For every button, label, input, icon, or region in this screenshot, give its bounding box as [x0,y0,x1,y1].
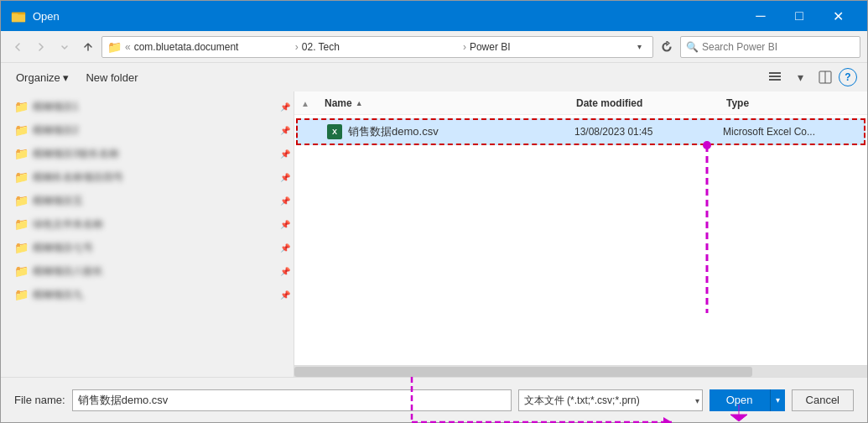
folder-icon-3: 📁 [14,147,28,160]
filename-label: File name: [14,394,65,406]
col-type-header[interactable]: Type [726,97,860,109]
sidebar-item-4[interactable]: 📁 模糊长名称项目四号 📌 [1,165,294,189]
view-details-button[interactable] [763,66,787,88]
pin-icon-2: 📌 [280,126,290,135]
pin-icon-3: 📌 [280,149,290,159]
dropdown-button[interactable] [55,37,75,57]
sort-icon: ▲ [356,99,363,107]
view-controls: ▾ ? [763,66,857,88]
title-bar: Open ─ □ ✕ [1,1,867,31]
horizontal-scrollbar[interactable] [294,365,867,377]
up-button[interactable] [78,37,98,57]
open-dialog: Open ─ □ ✕ 📁 « com.bluetata.document › 0… [0,0,868,423]
sidebar-label-1: 模糊项目1 [33,100,287,114]
address-bar[interactable]: 📁 « com.bluetata.document › 02. Tech › P… [101,36,653,58]
folder-icon-8: 📁 [14,264,28,278]
sidebar-item-9[interactable]: 📁 模糊项目九 📌 [1,283,294,306]
open-button[interactable]: Open [709,389,770,411]
filename-input[interactable] [72,389,512,411]
sidebar-item-3[interactable]: 📁 模糊项目3较长名称 📌 [1,142,294,165]
sidebar-label-2: 模糊项目2 [33,123,287,138]
bc-arrow2: › [463,41,466,53]
sidebar-label-9: 模糊项目九 [33,288,287,302]
breadcrumb-part3: Power BI [470,41,627,53]
sidebar-label-4: 模糊长名称项目四号 [33,170,287,185]
preview-pane-button[interactable] [813,66,837,88]
sidebar-item-8[interactable]: 📁 模糊项目八较长 📌 [1,259,294,283]
bc-arrow1: › [295,41,299,53]
back-button[interactable] [8,37,28,57]
sidebar-item-6[interactable]: 📁 绿色文件夹名称 📌 [1,212,294,236]
file-date: 13/08/2023 01:45 [574,126,723,138]
search-input[interactable] [702,41,855,53]
breadcrumb-separator1: « [125,41,131,53]
sidebar-label-5: 模糊项目五 [33,194,287,208]
folder-icon-6: 📁 [14,217,28,231]
svg-rect-3 [769,79,781,81]
bottom-bar: File name: 文本文件 (*.txt;*.csv;*.prn) ▾ Op… [1,377,867,422]
folder-icon-9: 📁 [14,288,28,301]
folder-icon-1: 📁 [14,100,28,113]
search-icon: 🔍 [686,41,699,53]
filetype-select[interactable]: 文本文件 (*.txt;*.csv;*.prn) [518,389,703,411]
file-name: 销售数据demo.csv [348,124,574,139]
annotation-line [705,145,709,313]
file-list: X 销售数据demo.csv 13/08/2023 01:45 Microsof… [294,115,867,365]
sidebar-label-8: 模糊项目八较长 [33,264,287,279]
sidebar-label-7: 模糊项目七号 [33,241,287,255]
sidebar: 📁 模糊项目1 📌 📁 模糊项目2 📌 📁 模糊项目3较长名称 📌 📁 模糊长名… [1,91,294,377]
file-row-selected[interactable]: X 销售数据demo.csv 13/08/2023 01:45 Microsof… [296,118,865,145]
sidebar-item-7[interactable]: 📁 模糊项目七号 📌 [1,236,294,259]
breadcrumb-part2: 02. Tech [302,41,460,53]
minimize-button[interactable]: ─ [741,1,780,31]
svg-marker-10 [663,417,672,423]
file-header: ▲ Name ▲ Date modified Type [294,91,867,115]
search-box[interactable]: 🔍 [680,36,860,58]
folder-icon-4: 📁 [14,170,28,184]
svg-rect-2 [769,76,781,77]
dialog-title: Open [33,10,741,23]
action-bar: Organize ▾ New folder ▾ ? [1,63,867,91]
open-dropdown-button[interactable]: ▾ [770,389,785,411]
close-button[interactable]: ✕ [819,1,857,31]
file-pane: ▲ Name ▲ Date modified Type X 销售数据demo.c… [294,91,867,377]
folder-icon-2: 📁 [14,123,28,137]
pin-icon-1: 📌 [280,102,290,112]
address-dropdown-icon[interactable]: ▾ [631,42,647,51]
organize-button[interactable]: Organize ▾ [11,69,74,86]
pin-icon-9: 📌 [280,290,290,300]
cancel-button[interactable]: Cancel [792,389,854,411]
help-button[interactable]: ? [839,68,857,86]
pin-icon-7: 📌 [280,243,290,253]
address-folder-icon: 📁 [107,40,122,54]
sidebar-item-5[interactable]: 📁 模糊项目五 📌 [1,189,294,212]
col-name-header[interactable]: Name ▲ [325,97,576,109]
sidebar-item-2[interactable]: 📁 模糊项目2 📌 [1,118,294,142]
breadcrumb-part1: com.bluetata.document [134,41,292,53]
excel-icon: X [327,124,342,139]
maximize-button[interactable]: □ [780,1,819,31]
navigation-toolbar: 📁 « com.bluetata.document › 02. Tech › P… [1,31,867,63]
svg-rect-1 [769,72,781,74]
col-date-header[interactable]: Date modified [576,97,726,109]
dialog-icon [11,8,26,24]
window-controls: ─ □ ✕ [741,1,857,31]
main-content: 📁 模糊项目1 📌 📁 模糊项目2 📌 📁 模糊项目3较长名称 📌 📁 模糊长名… [1,91,867,377]
refresh-button[interactable] [657,37,677,57]
new-folder-button[interactable]: New folder [81,69,143,86]
pin-icon-4: 📌 [280,173,290,182]
file-icon: X [326,123,343,140]
folder-icon-7: 📁 [14,241,28,254]
sidebar-item-1[interactable]: 📁 模糊项目1 📌 [1,95,294,118]
view-dropdown-button[interactable]: ▾ [788,66,812,88]
sidebar-label-3: 模糊项目3较长名称 [33,147,287,161]
file-type: Microsoft Excel Co... [723,126,857,138]
filetype-wrapper: 文本文件 (*.txt;*.csv;*.prn) ▾ [518,389,703,411]
open-button-group: Open ▾ [709,389,785,411]
folder-icon-5: 📁 [14,194,28,207]
sidebar-label-6: 绿色文件夹名称 [33,217,287,232]
pin-icon-6: 📌 [280,220,290,229]
up-arrow-col: ▲ [301,97,325,109]
forward-button[interactable] [31,37,51,57]
pin-icon-8: 📌 [280,267,290,276]
